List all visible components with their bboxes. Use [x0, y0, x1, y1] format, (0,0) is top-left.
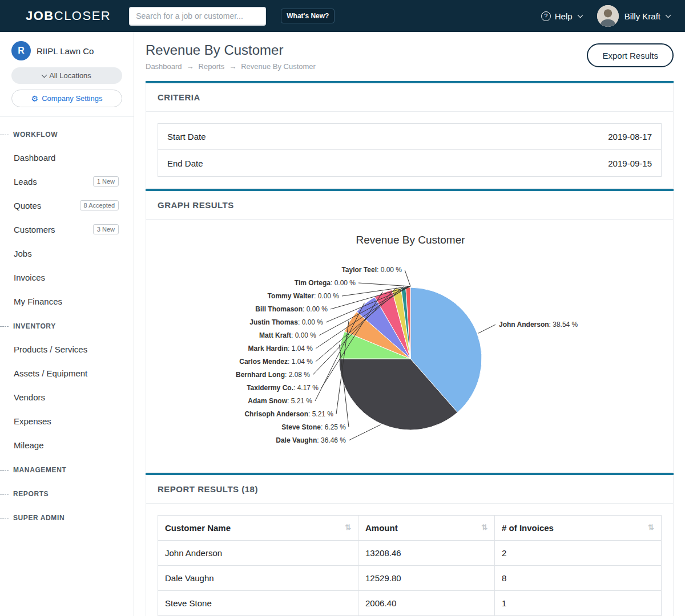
sidebar-item-customers[interactable]: Customers3 New [0, 217, 134, 241]
sidebar-item-mileage[interactable]: Mileage [0, 433, 134, 457]
breadcrumb-item-dashboard[interactable]: Dashboard [146, 62, 182, 71]
company-settings-button[interactable]: ⚙ Company Settings [11, 90, 122, 107]
sort-icon[interactable]: ⇅ [481, 523, 487, 532]
criteria-row: End Date2019-09-15 [158, 150, 661, 176]
sidebar-item-label: Mileage [14, 440, 44, 450]
chevron-down-icon [577, 13, 583, 18]
sidebar: R RIIPL Lawn Co All Locations ⚙ Company … [0, 32, 134, 616]
sidebar-section-label: INVENTORY [13, 322, 56, 330]
table-row: Steve Stone2006.401 [158, 591, 662, 616]
pie-label-bill-thomason: Bill Thomason: 0.00 % [255, 305, 328, 313]
table-cell: 8 [495, 566, 662, 591]
locations-dropdown[interactable]: All Locations [11, 67, 122, 84]
table-cell: Dale Vaughn [158, 566, 358, 591]
pie-label-steve-stone: Steve Stone: 6.25 % [281, 423, 346, 431]
global-search [129, 7, 266, 26]
sidebar-item-assets-equipment[interactable]: Assets / Equipment [0, 361, 134, 385]
pie-label-justin-thomas: Justin Thomas: 0.00 % [249, 318, 323, 326]
company-avatar: R [11, 41, 31, 60]
sidebar-item-label: Vendors [14, 392, 45, 402]
section-dashes-icon [0, 518, 9, 518]
sort-icon[interactable]: ⇅ [345, 523, 351, 532]
revenue-pie-chart: Revenue By CustomerJohn Anderson: 38.54 … [158, 220, 663, 472]
table-cell: John Anderson [158, 541, 358, 566]
chevron-down-icon [666, 13, 671, 18]
graph-results-heading: GRAPH RESULTS [146, 191, 673, 220]
sidebar-item-label: Leads [14, 177, 37, 187]
report-col-customer-name[interactable]: ⇅Customer Name [158, 516, 358, 541]
report-col-of-invoices[interactable]: ⇅# of Invoices [495, 516, 662, 541]
table-row: Dale Vaughn12529.808 [158, 566, 662, 591]
criteria-value: 2019-09-15 [608, 159, 652, 168]
user-avatar[interactable] [597, 5, 619, 27]
section-dashes-icon [0, 470, 9, 471]
sidebar-item-jobs[interactable]: Jobs [0, 241, 134, 265]
sidebar-nav: WORKFLOWDashboardLeads1 NewQuotes8 Accep… [0, 116, 134, 529]
export-results-button[interactable]: Export Results [587, 43, 674, 67]
criteria-label: End Date [167, 159, 203, 168]
breadcrumb: Dashboard→Reports→Revenue By Customer [146, 62, 316, 71]
sidebar-item-products-services[interactable]: Products / Services [0, 337, 134, 361]
sidebar-section-label: REPORTS [13, 490, 49, 498]
report-col-amount[interactable]: ⇅Amount [358, 516, 495, 541]
sidebar-section-label: WORKFLOW [13, 131, 58, 139]
report-table: ⇅Customer Name⇅Amount⇅# of Invoices John… [158, 515, 662, 616]
pie-connector-line [405, 270, 410, 286]
sidebar-section-super-admin[interactable]: SUPER ADMIN [0, 507, 134, 529]
help-menu[interactable]: ? Help [541, 11, 582, 21]
app-logo[interactable]: JOBCLOSER [26, 9, 111, 23]
page-header: Revenue By Customer Dashboard→Reports→Re… [146, 42, 674, 71]
table-cell: 13208.46 [358, 541, 495, 566]
sidebar-section-reports[interactable]: REPORTS [0, 483, 134, 505]
table-cell: 12529.80 [358, 566, 495, 591]
report-results-card: REPORT RESULTS (18) ⇅Customer Name⇅Amoun… [146, 473, 674, 616]
top-navbar: JOBCLOSER What's New? ? Help Billy Kraft [0, 0, 685, 32]
section-dashes-icon [0, 135, 9, 135]
sidebar-section-workflow[interactable]: WORKFLOW [0, 124, 134, 145]
sidebar-item-vendors[interactable]: Vendors [0, 385, 134, 409]
sidebar-item-leads[interactable]: Leads1 New [0, 169, 134, 193]
sidebar-item-label: Jobs [14, 249, 32, 258]
report-body-wrap: ⇅Customer Name⇅Amount⇅# of Invoices John… [146, 504, 673, 616]
breadcrumb-item-reports[interactable]: Reports [199, 62, 225, 71]
sidebar-item-badge: 8 Accepted [80, 200, 119, 210]
search-input[interactable] [129, 7, 266, 26]
main-content: Revenue By Customer Dashboard→Reports→Re… [134, 32, 685, 616]
criteria-heading: CRITERIA [146, 83, 673, 112]
company-settings-label: Company Settings [42, 94, 102, 103]
criteria-card: CRITERIA Start Date2019-08-17End Date201… [146, 81, 674, 189]
user-menu[interactable]: Billy Kraft [624, 11, 670, 21]
graph-body: Revenue By CustomerJohn Anderson: 38.54 … [146, 220, 673, 472]
breadcrumb-item-revenue-by-customer: Revenue By Customer [241, 62, 316, 71]
pie-label-dale-vaughn: Dale Vaughn: 36.46 % [276, 436, 346, 444]
help-label: Help [555, 11, 573, 21]
logo-text-light: CLOSER [54, 9, 111, 23]
sidebar-item-label: Assets / Equipment [14, 368, 87, 378]
pie-label-adam-snow: Adam Snow: 5.21 % [248, 397, 312, 405]
sidebar-item-invoices[interactable]: Invoices [0, 265, 134, 289]
sidebar-section-management[interactable]: MANAGEMENT [0, 459, 134, 481]
user-name: Billy Kraft [624, 11, 660, 21]
pie-label-mark-hardin: Mark Hardin: 1.04 % [248, 345, 313, 352]
sidebar-item-label: My Finances [14, 297, 62, 306]
criteria-value: 2019-08-17 [608, 132, 652, 141]
report-head-row: ⇅Customer Name⇅Amount⇅# of Invoices [158, 516, 662, 541]
sort-icon[interactable]: ⇅ [648, 523, 654, 532]
sidebar-item-dashboard[interactable]: Dashboard [0, 145, 134, 169]
sidebar-item-my-finances[interactable]: My Finances [0, 289, 134, 313]
table-cell: 1 [495, 591, 662, 616]
gear-icon: ⚙ [31, 95, 39, 103]
sidebar-item-label: Dashboard [14, 153, 55, 163]
sidebar-item-quotes[interactable]: Quotes8 Accepted [0, 193, 134, 217]
pie-label-carlos-mendez: Carlos Mendez: 1.04 % [239, 358, 313, 366]
sidebar-item-expenses[interactable]: Expenses [0, 409, 134, 433]
sidebar-section-label: SUPER ADMIN [13, 514, 65, 522]
criteria-label: Start Date [167, 132, 206, 141]
sidebar-section-inventory[interactable]: INVENTORY [0, 315, 134, 337]
whats-new-button[interactable]: What's New? [281, 9, 335, 23]
breadcrumb-arrow-icon: → [187, 62, 194, 71]
pie-label-tim-ortega: Tim Ortega: 0.00 % [295, 279, 356, 287]
pie-connector-line [478, 325, 495, 333]
column-label: Amount [365, 523, 398, 533]
column-label: Customer Name [165, 523, 231, 533]
